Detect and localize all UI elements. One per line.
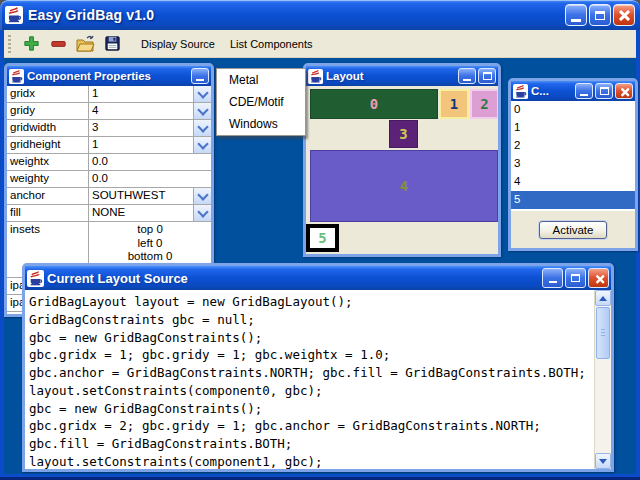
inset-line: bottom 0 [89, 250, 211, 264]
property-value[interactable]: 3 [89, 120, 193, 136]
property-name: weighty [7, 171, 89, 187]
layout-cell-1[interactable]: 1 [439, 89, 469, 119]
frame-java-icon [27, 270, 44, 287]
combo-dropdown-button[interactable] [193, 188, 211, 204]
frame-close-button[interactable] [588, 268, 609, 288]
property-row-weightx: weightx0.0 [7, 154, 211, 171]
property-row-anchor: anchorSOUTHWEST [7, 188, 211, 205]
chevron-down-icon [197, 121, 208, 132]
component-list-item-0[interactable]: 0 [511, 101, 635, 119]
property-value[interactable]: NONE [89, 205, 193, 221]
chevron-down-icon [197, 189, 208, 200]
popup-item-cde-motif[interactable]: CDE/Motif [217, 91, 305, 113]
component-list-item-4[interactable]: 4 [511, 173, 635, 191]
minimize-button[interactable] [565, 4, 587, 26]
vertical-scrollbar[interactable] [594, 290, 611, 469]
frame-close-button[interactable] [615, 83, 633, 99]
arrow-up-icon [599, 296, 607, 301]
property-name: gridy [7, 103, 89, 119]
plus-icon [22, 34, 41, 53]
open-button[interactable] [72, 32, 98, 56]
property-value[interactable]: 0.0 [89, 154, 211, 170]
property-value[interactable]: 4 [89, 103, 193, 119]
inset-line: top 0 [89, 223, 211, 237]
popup-item-windows[interactable]: Windows [217, 113, 305, 135]
source-code[interactable]: GridBagLayout layout = new GridBagLayout… [25, 290, 594, 469]
menu-display-source[interactable]: Display Source [141, 38, 215, 50]
frame-minimize-button[interactable] [575, 83, 593, 99]
layout-cell-3[interactable]: 3 [389, 120, 418, 148]
app-java-icon [5, 6, 23, 24]
scroll-up-button[interactable] [595, 290, 611, 306]
combo-dropdown-button[interactable] [193, 137, 211, 153]
property-name: weightx [7, 154, 89, 170]
components-list: 012345 [511, 101, 635, 211]
combo-dropdown-button[interactable] [193, 103, 211, 119]
components-window: C... 012345 Activate [508, 78, 638, 251]
frame-maximize-button[interactable] [595, 83, 613, 99]
inset-line: left 0 [89, 237, 211, 251]
frame-maximize-button[interactable] [478, 68, 496, 84]
popup-item-metal[interactable]: Metal [217, 69, 305, 91]
property-row-fill: fillNONE [7, 205, 211, 222]
close-icon [620, 87, 628, 95]
component-list-item-3[interactable]: 3 [511, 155, 635, 173]
property-value[interactable]: SOUTHWEST [89, 188, 193, 204]
application-window: Easy GridBag v1.0 [0, 0, 640, 480]
scrollbar-track[interactable] [595, 360, 611, 453]
frame-minimize-button[interactable] [542, 268, 563, 288]
source-titlebar[interactable]: Current Layout Source [25, 266, 611, 290]
component-list-item-2[interactable]: 2 [511, 137, 635, 155]
maximize-button[interactable] [589, 4, 611, 26]
scroll-down-button[interactable] [595, 453, 611, 469]
close-button[interactable] [613, 4, 635, 26]
gridbag-preview: 012345 [306, 86, 498, 254]
property-name: anchor [7, 188, 89, 204]
layout-titlebar[interactable]: Layout [306, 66, 498, 86]
maximize-icon [483, 72, 492, 80]
chevron-down-icon [197, 138, 208, 149]
layout-cell-2[interactable]: 2 [470, 89, 498, 119]
component-list-item-1[interactable]: 1 [511, 119, 635, 137]
component-list-item-5[interactable]: 5 [511, 191, 635, 209]
frame-minimize-button[interactable] [191, 68, 209, 84]
menu-list-components[interactable]: List Components [230, 38, 313, 50]
frame-minimize-button[interactable] [458, 68, 476, 84]
scrollbar-thumb[interactable] [596, 307, 610, 359]
property-value[interactable]: 1 [89, 137, 193, 153]
layout-cell-5[interactable]: 5 [306, 224, 339, 252]
frame-java-icon [513, 84, 528, 99]
minimize-icon [549, 281, 557, 283]
property-name: gridwidth [7, 120, 89, 136]
save-floppy-icon [103, 34, 122, 53]
layout-title: Layout [326, 70, 364, 82]
property-row-gridy: gridy4 [7, 103, 211, 120]
frame-java-icon [9, 69, 24, 84]
components-titlebar[interactable]: C... [511, 81, 635, 101]
chevron-down-icon [197, 206, 208, 217]
toolbar-gripper[interactable] [8, 35, 11, 53]
components-title: C... [531, 85, 549, 97]
combo-dropdown-button[interactable] [193, 86, 211, 102]
property-value[interactable]: 1 [89, 86, 193, 102]
property-name: gridheight [7, 137, 89, 153]
add-component-button[interactable] [18, 32, 44, 56]
property-row-gridx: gridx1 [7, 86, 211, 103]
layout-cell-4[interactable]: 4 [310, 150, 498, 222]
chevron-down-icon [197, 104, 208, 115]
combo-dropdown-button[interactable] [193, 205, 211, 221]
layout-cell-0[interactable]: 0 [310, 89, 438, 119]
close-icon [618, 9, 630, 21]
component-properties-titlebar[interactable]: Component Properties [7, 66, 211, 86]
activate-button[interactable]: Activate [539, 221, 608, 239]
frame-maximize-button[interactable] [565, 268, 586, 288]
property-value[interactable]: 0.0 [89, 171, 211, 187]
save-button[interactable] [99, 32, 125, 56]
remove-component-button[interactable] [45, 32, 71, 56]
arrow-down-icon [599, 459, 607, 464]
property-name: fill [7, 205, 89, 221]
maximize-icon [595, 11, 605, 20]
toolbar: Display Source List Components [4, 30, 636, 58]
combo-dropdown-button[interactable] [193, 120, 211, 136]
main-titlebar[interactable]: Easy GridBag v1.0 [0, 0, 640, 30]
